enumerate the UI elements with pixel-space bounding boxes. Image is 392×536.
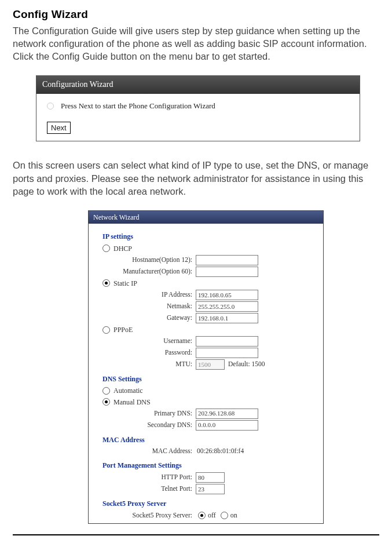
radio-dns-auto[interactable]: [102, 387, 110, 395]
mid-paragraph: On this screen users can select what kin…: [13, 159, 379, 198]
mtu-label: MTU:: [102, 360, 196, 369]
secondary-dns-input[interactable]: 0.0.0.0: [196, 420, 258, 431]
manufacturer-input[interactable]: [196, 267, 258, 277]
config-wizard-window: Configuration Wizard Press Next to start…: [36, 75, 360, 141]
password-input[interactable]: [196, 348, 258, 358]
primary-dns-label: Primary DNS:: [102, 409, 196, 418]
radio-dhcp[interactable]: [102, 245, 110, 252]
ip-settings-header: IP settings: [102, 232, 316, 241]
radio-static-ip[interactable]: [102, 279, 110, 287]
radio-proxy-on-label: on: [230, 511, 237, 520]
mtu-input[interactable]: 1500: [196, 359, 225, 370]
radio-dns-auto-label: Automatic: [113, 386, 143, 395]
mac-address-header: MAC Address: [102, 435, 316, 444]
telnet-port-input[interactable]: 23: [196, 484, 225, 494]
network-wizard-titlebar: Network Wizard: [89, 211, 323, 224]
http-port-input[interactable]: 80: [196, 472, 225, 483]
ipaddress-input[interactable]: 192.168.0.65: [196, 290, 258, 300]
radio-dns-manual[interactable]: [102, 398, 110, 406]
page-title: Config Wizard: [13, 7, 379, 22]
username-input[interactable]: [196, 336, 258, 347]
gateway-input[interactable]: 192.168.0.1: [196, 313, 258, 323]
gateway-label: Gateway:: [102, 313, 196, 323]
proxy-header: Socket5 Proxy Server: [102, 499, 316, 508]
radio-pppoe[interactable]: [102, 326, 110, 334]
intro-paragraph: The Configuration Guide will give users …: [13, 24, 379, 63]
mac-address-value: 00:26:8b:01:0f:f4: [196, 447, 244, 456]
netmask-input[interactable]: 255.255.255.0: [196, 301, 258, 312]
hostname-input[interactable]: [196, 255, 258, 265]
dns-settings-header: DNS Settings: [102, 374, 316, 384]
network-wizard-window: Network Wizard IP settings DHCP Hostname…: [88, 210, 324, 524]
secondary-dns-label: Secondary DNS:: [102, 421, 196, 430]
mtu-default-text: Default: 1500: [228, 360, 265, 369]
port-settings-header: Port Management Settings: [102, 461, 316, 470]
password-label: Password:: [102, 348, 196, 358]
radio-dns-manual-label: Manual DNS: [113, 398, 151, 407]
proxy-label: Socket5 Proxy Server:: [102, 511, 196, 520]
netmask-label: Netmask:: [102, 302, 196, 311]
radio-proxy-on[interactable]: [221, 512, 228, 519]
http-port-label: HTTP Port:: [102, 473, 196, 482]
telnet-port-label: Telnet Port:: [102, 484, 196, 494]
radio-pppoe-label: PPPoE: [113, 325, 133, 334]
mac-address-label: MAC Address:: [102, 447, 196, 456]
next-button[interactable]: Next: [47, 122, 71, 134]
bullet-icon: [47, 103, 54, 110]
radio-dhcp-label: DHCP: [113, 244, 132, 253]
hostname-label: Hostname(Option 12):: [102, 256, 196, 265]
manufacturer-label: Manufacturer(Option 60):: [102, 267, 196, 276]
radio-proxy-off[interactable]: [198, 512, 206, 519]
radio-proxy-off-label: off: [208, 511, 216, 520]
username-label: Username:: [102, 337, 196, 346]
config-wizard-titlebar: Configuration Wizard: [36, 76, 360, 94]
radio-static-ip-label: Static IP: [113, 279, 137, 288]
primary-dns-input[interactable]: 202.96.128.68: [196, 409, 258, 419]
ipaddress-label: IP Address:: [102, 290, 196, 300]
config-wizard-prompt: Press Next to start the Phone Configurat…: [61, 101, 215, 111]
